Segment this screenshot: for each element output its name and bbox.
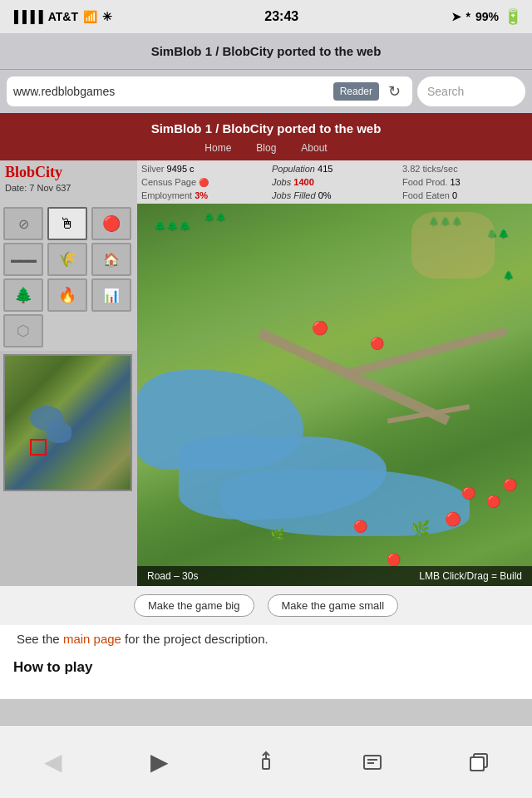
browser-toolbar: ◀ ▶ bbox=[0, 725, 532, 798]
game-buttons-row: Make the game big Make the game small bbox=[0, 586, 532, 625]
nav-blog[interactable]: Blog bbox=[256, 142, 276, 154]
tool-hex[interactable]: ⬡ bbox=[3, 314, 43, 347]
make-game-big-button[interactable]: Make the game big bbox=[134, 594, 254, 617]
back-button[interactable]: ◀ bbox=[28, 737, 78, 787]
game-status-bar: Road – 30s LMB Click/Drag = Build bbox=[137, 566, 532, 586]
action-status: LMB Click/Drag = Build bbox=[419, 570, 522, 582]
tool-tree[interactable]: 🌲 bbox=[3, 278, 43, 312]
wifi-icon: 📶 bbox=[83, 10, 97, 23]
stat-silver: Silver 9495 c bbox=[139, 162, 269, 175]
main-page-link[interactable]: main page bbox=[63, 632, 121, 646]
site-title: SimBlob 1 / BlobCity ported to the web bbox=[151, 121, 382, 135]
tool-house[interactable]: 🏠 bbox=[91, 243, 131, 276]
minimap[interactable] bbox=[3, 354, 132, 491]
signal-icon: ▐▐▐▐ bbox=[10, 10, 43, 23]
webpage: SimBlob 1 / BlobCity ported to the web H… bbox=[0, 113, 532, 699]
tool-field[interactable]: 🌾 bbox=[47, 243, 87, 276]
left-panel: BlobCity Date: 7 Nov 637 bbox=[0, 160, 137, 204]
stat-food-eaten: Food Eaten 0 bbox=[400, 189, 530, 202]
game-info: BlobCity Date: 7 Nov 637 Silver 9495 c P… bbox=[0, 160, 532, 204]
carrier-label: AT&T bbox=[48, 10, 78, 23]
game-map[interactable]: 🌲🌲🌲 🌲🌲 🌲🌲🌲 🌲🌲 🌲 🔴 🔴 🔴 🔴 🔴 🔴 🔴 bbox=[137, 204, 532, 586]
stat-census[interactable]: Census Page 🔴 bbox=[139, 175, 269, 189]
tool-fire[interactable]: 🔥 bbox=[47, 278, 87, 312]
right-stats: Silver 9495 c Population 415 3.82 ticks/… bbox=[137, 160, 532, 204]
status-left: ▐▐▐▐ AT&T 📶 ✳ bbox=[10, 10, 112, 23]
status-bar: ▐▐▐▐ AT&T 📶 ✳ 23:43 ➤ * 99% 🔋 bbox=[0, 0, 532, 33]
tabs-button[interactable] bbox=[454, 737, 504, 787]
address-bar-row: www.redblobgames Reader ↻ Search bbox=[0, 70, 532, 113]
nav-about[interactable]: About bbox=[301, 142, 327, 154]
site-nav: Home Blog About bbox=[204, 139, 327, 157]
battery-label: 99% bbox=[475, 10, 499, 23]
time-display: 23:43 bbox=[264, 9, 298, 24]
forward-button[interactable]: ▶ bbox=[135, 737, 185, 787]
blobcity-logo: BlobCity bbox=[5, 164, 132, 181]
search-box[interactable]: Search bbox=[417, 76, 525, 106]
share-button[interactable] bbox=[241, 737, 291, 787]
tool-cursor[interactable]: 🖱 bbox=[47, 207, 87, 240]
nav-home[interactable]: Home bbox=[204, 142, 231, 154]
stat-jobs: Jobs 1400 bbox=[269, 175, 400, 189]
road-status: Road – 30s bbox=[147, 570, 198, 582]
reader-button[interactable]: Reader bbox=[333, 82, 379, 101]
game-container: ⊘ 🖱 🔴 ▬▬▬ 🌾 🏠 🌲 🔥 📊 ⬡ bbox=[0, 204, 532, 586]
tool-cancel[interactable]: ⊘ bbox=[3, 207, 43, 240]
bookmarks-button[interactable] bbox=[347, 737, 397, 787]
tool-bar-chart[interactable]: 📊 bbox=[91, 278, 131, 312]
toolbar: ⊘ 🖱 🔴 ▬▬▬ 🌾 🏠 🌲 🔥 📊 ⬡ bbox=[0, 204, 137, 351]
url-box[interactable]: www.redblobgames Reader ↻ bbox=[7, 76, 412, 106]
stat-jobs-filled: Jobs Filled 0% bbox=[269, 189, 400, 202]
svg-rect-6 bbox=[470, 757, 484, 771]
tool-road[interactable]: ▬▬▬ bbox=[3, 243, 43, 276]
site-header: SimBlob 1 / BlobCity ported to the web H… bbox=[0, 113, 532, 160]
game-date: Date: 7 Nov 637 bbox=[5, 183, 132, 193]
description-text: See the main page for the project descri… bbox=[0, 625, 532, 653]
activity-icon: ✳ bbox=[102, 10, 112, 23]
url-text: www.redblobgames bbox=[13, 85, 330, 98]
stat-ticks: 3.82 ticks/sec bbox=[400, 162, 530, 175]
stat-population: Population 415 bbox=[269, 162, 400, 175]
desc-after: for the project description. bbox=[121, 632, 268, 646]
search-placeholder: Search bbox=[427, 85, 464, 98]
status-right: ➤ * 99% 🔋 bbox=[451, 7, 522, 26]
stat-employment: Employment 3% bbox=[139, 189, 269, 202]
tool-blob[interactable]: 🔴 bbox=[91, 207, 131, 240]
browser-title-bar: SimBlob 1 / BlobCity ported to the web bbox=[0, 33, 532, 70]
battery-icon: 🔋 bbox=[504, 7, 522, 26]
location-icon: ➤ bbox=[451, 10, 461, 23]
svg-rect-0 bbox=[263, 759, 269, 769]
scroll-content[interactable]: SimBlob 1 / BlobCity ported to the web H… bbox=[0, 113, 532, 725]
desc-before: See the bbox=[17, 632, 63, 646]
how-to-play-heading: How to play bbox=[0, 653, 532, 682]
stat-food-prod: Food Prod. 13 bbox=[400, 175, 530, 189]
bluetooth-icon: * bbox=[466, 10, 470, 23]
left-tools: ⊘ 🖱 🔴 ▬▬▬ 🌾 🏠 🌲 🔥 📊 ⬡ bbox=[0, 204, 137, 586]
refresh-button[interactable]: ↻ bbox=[382, 80, 406, 103]
browser-page-title: SimBlob 1 / BlobCity ported to the web bbox=[151, 44, 382, 58]
make-game-small-button[interactable]: Make the game small bbox=[268, 594, 399, 617]
